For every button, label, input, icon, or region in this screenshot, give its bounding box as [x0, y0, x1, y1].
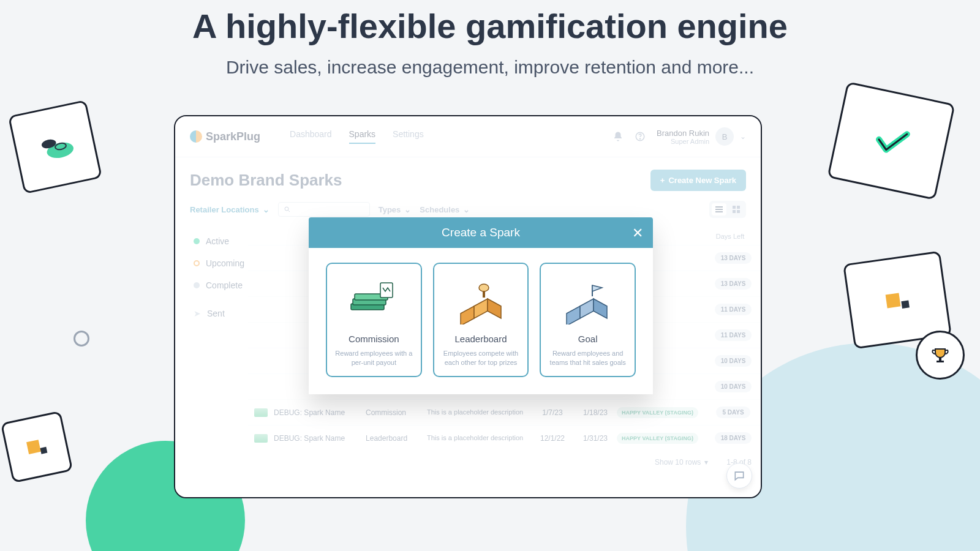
spark-card-leaderboard[interactable]: Leaderboard Employees compete with each …: [433, 263, 529, 377]
svg-rect-8: [937, 361, 944, 362]
decorative-card-icon: [8, 100, 102, 194]
create-spark-modal: Create a Spark ✕ Commission Reward emplo…: [309, 217, 653, 394]
spark-card-commission[interactable]: Commission Reward employees with a per-u…: [326, 263, 422, 377]
spark-card-goal[interactable]: Goal Reward employees and teams that hit…: [540, 263, 636, 377]
svg-rect-4: [40, 447, 48, 454]
spark-card-desc: Reward employees and teams that hit sale…: [547, 349, 628, 367]
leaderboard-illustration-icon: [440, 272, 522, 328]
decorative-trophy-icon: [916, 331, 965, 380]
spark-card-title: Leaderboard: [440, 334, 522, 344]
modal-header: Create a Spark ✕: [309, 217, 653, 248]
spark-card-title: Commission: [333, 334, 415, 344]
hero-title: A highly-flexible gamification engine: [0, 6, 980, 46]
hero-subtitle: Drive sales, increase engagement, improv…: [0, 57, 980, 78]
chat-icon: [733, 470, 745, 482]
decorative-check-card-icon: [827, 81, 955, 200]
spark-card-desc: Employees compete with each other for to…: [440, 349, 522, 367]
chat-fab[interactable]: [726, 463, 752, 489]
svg-rect-3: [26, 440, 41, 454]
svg-rect-6: [901, 300, 910, 309]
svg-rect-5: [886, 293, 901, 309]
app-frame: SparkPlug Dashboard Sparks Settings Bran…: [174, 115, 762, 498]
decorative-card-icon: [1, 411, 74, 484]
svg-rect-23: [483, 291, 485, 298]
modal-title: Create a Spark: [442, 226, 520, 239]
commission-illustration-icon: [333, 272, 415, 328]
decorative-circle-icon: [74, 331, 89, 347]
modal-close-button[interactable]: ✕: [632, 225, 643, 241]
spark-card-desc: Reward employees with a per-unit payout: [333, 349, 415, 367]
goal-illustration-icon: [547, 272, 628, 328]
svg-rect-7: [939, 358, 941, 361]
modal-body: Commission Reward employees with a per-u…: [309, 248, 653, 394]
spark-card-title: Goal: [547, 334, 628, 344]
